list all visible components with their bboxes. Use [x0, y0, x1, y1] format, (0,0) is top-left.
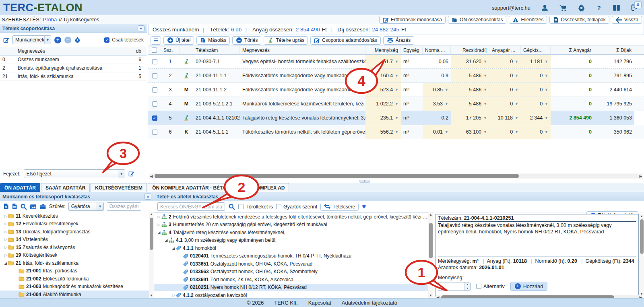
tab--n-komplex-adatt-r-b-ta[interactable]: ÖN KOMPLEX ADATTÁR - BÉTA	[148, 183, 230, 192]
cell-gepkts[interactable]: 0▼	[521, 69, 551, 82]
worktype-tree-item[interactable]: ▷15Zsaluzás és állványozás	[0, 243, 149, 251]
worktype-tree-item[interactable]: ▷11Keverékkészítés	[0, 212, 149, 220]
gear-button[interactable]	[578, 4, 585, 12]
caret-collapsed-icon[interactable]: ▷	[3, 253, 8, 257]
toolbar-surveyor-button[interactable]: Tételre ugrás	[264, 36, 308, 45]
quantity-stepper[interactable]: ▲▼	[438, 282, 471, 291]
col-header-sum_dijak[interactable]: Σ Díjak	[594, 46, 634, 54]
worktype-tree-item[interactable]: 21-003Munkagödör és munkaárok készítése	[0, 283, 149, 291]
col-header-egyseg[interactable]: Egység	[401, 46, 423, 54]
row-checkbox[interactable]	[152, 101, 157, 107]
cell-mennyiseg[interactable]: 523.4▼	[365, 83, 401, 97]
table-row[interactable]: ✓521-004-4.1.1-0210251Talajjavító réteg …	[148, 111, 644, 125]
collapse-bottom-icon[interactable]: ⇊	[634, 1, 642, 8]
caret-collapsed-icon[interactable]: ▷	[3, 237, 8, 241]
cell-anyagar[interactable]: 10 118▼	[489, 111, 521, 125]
item-tree-item[interactable]: ▷2Földmű vízszintes felületének rendezés…	[154, 213, 428, 221]
items-horizontal-scrollbar[interactable]: ◀ ▶	[149, 173, 643, 179]
cell-anyagar[interactable]: 0▼	[489, 69, 521, 82]
scrollbar-thumb[interactable]	[429, 223, 433, 258]
worktype-tree-item[interactable]: ▷14Víztelenítés	[0, 236, 149, 244]
action-warning-button[interactable]: Ellenőrzés	[509, 16, 547, 24]
project-link[interactable]: Próba	[43, 16, 57, 23]
caret-collapsed-icon[interactable]: ▷	[157, 223, 161, 227]
cell-gepkts[interactable]: 0▼	[521, 125, 551, 139]
col-header-tetelszam[interactable]: Tételszám	[193, 46, 240, 54]
caret-collapsed-icon[interactable]: ▷	[3, 222, 8, 226]
only-items-checkbox[interactable]: ✓	[104, 37, 109, 43]
cell-anyagar[interactable]: 0▼	[489, 97, 521, 111]
cell-check[interactable]	[148, 83, 161, 97]
action-edit-button[interactable]: Erőforrások módosítása	[379, 16, 446, 24]
col-header-megnevezes[interactable]: Megnevezés	[240, 46, 365, 54]
item-tree-item[interactable]: 0210251Nyers homok NH 0/12 RT, KŐKA, Péc…	[154, 284, 428, 292]
toolbar-edit-button[interactable]: Csoportos adatmódosítás	[310, 36, 381, 45]
pdf-button[interactable]	[3, 203, 9, 210]
grouping-row[interactable]: 2Bontás, építőanyagok újrahasznosítása1	[0, 64, 147, 72]
row-checkbox[interactable]	[152, 130, 157, 135]
splitter-handle[interactable]: ▼	[359, 180, 370, 183]
edit-chapter-icon[interactable]	[128, 171, 134, 177]
scroll-left-arrow-icon[interactable]: ◀	[149, 174, 154, 178]
item-swap-button[interactable]: Tételcsere	[320, 203, 359, 211]
select-all-checkbox[interactable]	[152, 47, 157, 53]
worktype-tree-item[interactable]: ▷13Dúcolás, földpartmegtámasztás	[0, 228, 149, 236]
cell-gepkts[interactable]: 1 181▼	[521, 55, 551, 68]
stopwatch-icon[interactable]	[74, 37, 80, 43]
cell-check[interactable]	[148, 69, 161, 82]
tab-saj-t-adatt-r[interactable]: SAJÁT ADATTÁR	[41, 183, 90, 192]
cell-norma[interactable]: 0.01▼	[423, 125, 451, 139]
scrollbar-thumb[interactable]	[640, 219, 644, 254]
caret-expanded-icon[interactable]: ◢	[171, 246, 176, 250]
cell-rezsioradij[interactable]: 31 620▼	[451, 55, 489, 68]
item-tree-scrollbar[interactable]: ▲ ▼	[428, 212, 433, 298]
col-header-check[interactable]	[148, 46, 161, 54]
scroll-down-arrow-icon[interactable]: ▼	[149, 293, 154, 298]
action-back-button[interactable]: Vissza	[612, 16, 642, 24]
row-checkbox[interactable]	[152, 87, 157, 93]
cell-norma[interactable]: 0.85▼	[423, 83, 451, 97]
caret-collapsed-icon[interactable]: ▷	[3, 245, 8, 249]
terc-etalon-logo[interactable]: TERC-ETALON	[3, 0, 83, 15]
scroll-right-arrow-icon[interactable]: ▶	[638, 174, 643, 178]
manufacturer-filter-input[interactable]	[107, 202, 141, 211]
image-button[interactable]	[30, 204, 37, 210]
item-tree-item[interactable]: ▷4.1.2osztályozatlan kavicsból	[154, 291, 428, 298]
row-checkbox[interactable]	[152, 73, 157, 78]
cell-rezsioradij[interactable]: 63 100▼	[451, 125, 489, 139]
item-search-input[interactable]	[157, 202, 225, 211]
scroll-up-arrow-icon[interactable]: ▲	[639, 214, 644, 219]
footer-privacy-link[interactable]: Adatvédelmi tájékoztató	[342, 300, 397, 306]
caret-expanded-icon[interactable]: ◢	[164, 238, 169, 242]
caret-collapsed-icon[interactable]: ▷	[157, 215, 161, 219]
col-header-mennyiseg[interactable]: Mennyiség	[365, 46, 401, 54]
action-compare-button[interactable]: ÖN összehasonlítás	[448, 16, 506, 24]
scroll-up-arrow-icon[interactable]: ▲	[149, 212, 154, 217]
cell-rezsioradij[interactable]: 5 486▼	[451, 83, 489, 97]
item-tree-item[interactable]: ◢4.1.1homokból	[154, 244, 428, 252]
cell-check[interactable]	[148, 125, 161, 139]
cell-mennyiseg[interactable]: 160.4▼	[365, 69, 401, 82]
tab-saj-t-komplex-ad[interactable]: SAJÁT KOMPLEX AD	[231, 183, 289, 192]
action-report-button[interactable]: Összesítők, fedlapok	[549, 16, 609, 24]
scrollbar-thumb[interactable]	[155, 174, 519, 178]
briefcase-button[interactable]	[39, 204, 46, 210]
table-row[interactable]: 6K21-004-5.1.1.1Tükörkészítés tömörítés …	[148, 125, 644, 139]
cell-norma[interactable]: 3.53▼	[423, 97, 451, 111]
cell-rezsioradij[interactable]: 17 205▼	[451, 111, 489, 125]
scrollbar-thumb[interactable]	[150, 218, 153, 250]
worktype-tree-item[interactable]: 21-002Előkészítő földmunka	[0, 275, 149, 283]
table-row[interactable]: 3M21-003-11.1.2Földvisszatöltés munkagöd…	[148, 83, 644, 97]
tab-k-lts-gvet-seim[interactable]: KÖLTSÉGVETÉSEIM	[91, 183, 147, 192]
cell-mennyiseg[interactable]: 556.2▼	[365, 125, 401, 139]
horizontal-splitter[interactable]: ▼	[0, 179, 644, 183]
worktype-tree-item[interactable]: ◢21Irtás, föld- és sziklamunka	[0, 259, 149, 267]
cart-button[interactable]	[559, 4, 567, 12]
scroll-down-arrow-icon[interactable]: ▼	[428, 293, 433, 298]
cell-rezsioradij[interactable]: 5 486▼	[451, 97, 489, 111]
cell-mennyiseg[interactable]: 1 022.2▼	[365, 97, 401, 111]
caret-collapsed-icon[interactable]: ▷	[171, 293, 176, 297]
by-manufacturer-checkbox[interactable]	[276, 204, 281, 209]
cell-anyagar[interactable]: 0▼	[489, 125, 521, 139]
favorite-heart-icon[interactable]: ♥	[362, 203, 366, 211]
